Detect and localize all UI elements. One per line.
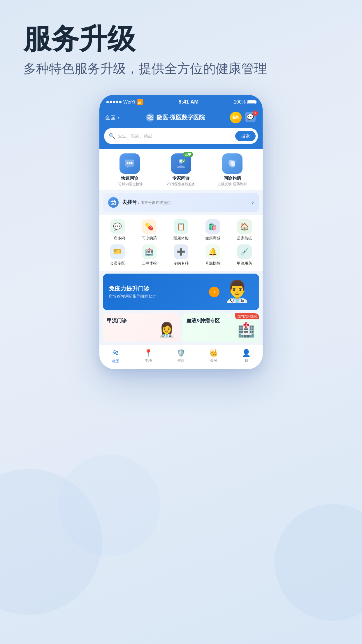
bg-decoration-3	[58, 454, 160, 556]
phone-wrapper: WeiYi 📶 9:41 AM 100% 全国 ▼	[0, 89, 362, 386]
nav-item-微医[interactable]: 微医	[99, 349, 132, 364]
svg-point-11	[233, 160, 236, 163]
grid-icon-3: 🛍️	[205, 219, 220, 234]
search-bar: 🔍 医生、疾病、药品 搜索	[104, 128, 258, 144]
appointment-banner[interactable]: 去挂号 / 由挂号网在线提供 ›	[103, 193, 259, 212]
icon-grid-item-8[interactable]: 🔔 号源提醒	[197, 244, 229, 266]
fast-consult-icon-wrap	[120, 153, 140, 174]
card-jiaoliu-image: 👩‍⚕️	[107, 324, 175, 338]
app-logo: 微医·微医数字医院	[145, 113, 205, 122]
nav-item-本地[interactable]: 📍 本地	[132, 349, 165, 364]
battery-text: 100%	[234, 99, 246, 105]
promo-text-area: 免疫力提升门诊 病情咨询/用药指导/健康处方	[109, 285, 206, 299]
app-header: 全国 ▼ 微医·微医数字医院 签到 💬	[99, 108, 263, 128]
quick-service-expert-consult[interactable]: 三甲 专家问诊 28万医生在线服务	[155, 153, 207, 187]
fast-consult-icon	[120, 153, 140, 174]
svg-point-3	[127, 162, 129, 164]
card-person2-icon: 🏥	[238, 322, 255, 338]
promo-doctor-image: 👨‍⚕️	[224, 279, 253, 305]
nav-item-会员[interactable]: 👑 会员	[197, 349, 230, 364]
card-jiaoliu[interactable]: 甲流门诊 👩‍⚕️	[103, 313, 180, 342]
grid-icon-5: 🎫	[110, 244, 125, 259]
signal-dots	[106, 101, 122, 103]
weidoctor-logo-icon	[145, 113, 155, 122]
status-right: 100%	[234, 99, 256, 105]
grid-label-2: 阳康体检	[173, 236, 189, 241]
battery-icon	[247, 100, 256, 104]
quick-service-row: 快速问诊 3分钟内医生接诊	[104, 153, 258, 187]
medicine-icon	[222, 153, 242, 174]
search-placeholder-text: 医生、疾病、药品	[117, 133, 233, 139]
card-person-icon: 👩‍⚕️	[158, 322, 175, 338]
card-row: 甲流门诊 👩‍⚕️ 国内龙头医院 血液&肿瘤专区 🏥	[103, 313, 259, 342]
icon-grid-section: 💬 一病多问 💊 问诊购药 📋 阳康体检 🛍️ 健康商城 🏠 居家防疫 🎫 会员…	[99, 215, 263, 271]
promo-arrow-button[interactable]: ›	[209, 287, 219, 297]
quick-services-section: 快速问诊 3分钟内医生接诊	[99, 149, 263, 190]
quick-service-medicine[interactable]: 问诊购药 在线复诊 送药到家	[207, 153, 258, 187]
message-button[interactable]: 💬 2	[245, 112, 257, 123]
expert-consult-icon-wrap: 三甲	[171, 153, 191, 174]
icon-grid-item-5[interactable]: 🎫 会员专区	[102, 244, 133, 266]
card-blood-tumor[interactable]: 国内龙头医院 血液&肿瘤专区 🏥	[182, 313, 259, 342]
grid-label-0: 一病多问	[110, 236, 125, 241]
fast-consult-subtitle: 3分钟内医生接诊	[117, 182, 143, 187]
signal-dot-4	[116, 101, 118, 103]
search-button[interactable]: 搜索	[235, 131, 256, 141]
svg-point-5	[131, 162, 133, 164]
grid-icon-6: 🏥	[142, 244, 157, 259]
location-text: 全国	[105, 114, 116, 121]
icon-grid-item-6[interactable]: 🏥 三甲体检	[133, 244, 165, 266]
sign-in-button[interactable]: 签到	[230, 112, 242, 123]
grid-label-5: 会员专区	[110, 261, 125, 266]
grid-label-4: 居家防疫	[237, 236, 252, 241]
icon-grid-item-3[interactable]: 🛍️ 健康商城	[197, 219, 229, 241]
grid-label-8: 号源提醒	[205, 261, 220, 266]
appointment-sub-text: / 由挂号网在线提供	[138, 200, 171, 205]
icon-grid-item-2[interactable]: 📋 阳康体检	[165, 219, 197, 241]
nav-item-我[interactable]: 👤 我	[230, 349, 263, 364]
page-subtitle: 多种特色服务升级，提供全方位的健康管理	[23, 60, 339, 77]
status-time: 9:41 AM	[179, 99, 198, 105]
signal-dot-5	[119, 101, 122, 103]
icon-grid-item-4[interactable]: 🏠 居家防疫	[229, 219, 260, 241]
grid-label-9: 甲流用药	[237, 261, 252, 266]
appointment-arrow-icon: ›	[252, 199, 254, 206]
grid-label-1: 问诊购药	[142, 236, 157, 241]
nav-label-会员: 会员	[210, 358, 217, 363]
grid-icon-7: ➕	[174, 244, 188, 259]
bg-decoration-2	[275, 504, 362, 621]
expert-consult-subtitle: 28万医生在线服务	[167, 182, 195, 187]
nav-label-微医: 微医	[112, 359, 119, 364]
icon-grid-item-9[interactable]: 💉 甲流用药	[229, 244, 260, 266]
grid-icon-9: 💉	[237, 244, 252, 259]
icon-grid-item-0[interactable]: 💬 一病多问	[102, 219, 133, 241]
wifi-icon: 📶	[137, 99, 143, 105]
medicine-subtitle: 在线复诊 送药到家	[218, 182, 247, 187]
sign-in-label: 签到	[232, 116, 239, 119]
grid-icon-4: 🏠	[237, 219, 252, 234]
quick-service-fast-consult[interactable]: 快速问诊 3分钟内医生接诊	[104, 153, 155, 187]
carrier-label: WeiYi	[123, 99, 135, 105]
grid-icon-0: 💬	[110, 219, 125, 234]
grid-label-3: 健康商城	[205, 236, 220, 241]
signal-dot-1	[106, 101, 109, 103]
page-title: 服务升级	[23, 23, 339, 54]
appointment-text: 去挂号 / 由挂号网在线提供	[122, 199, 248, 206]
location-button[interactable]: 全国 ▼	[105, 114, 120, 121]
header-actions: 签到 💬 2	[230, 112, 257, 123]
grid-icon-2: 📋	[174, 219, 188, 234]
appointment-icon	[108, 197, 119, 208]
nav-label-我: 我	[245, 358, 248, 363]
icon-grid-item-1[interactable]: 💊 问诊购药	[133, 219, 165, 241]
promo-banner[interactable]: 免疫力提升门诊 病情咨询/用药指导/健康处方 › 👨‍⚕️	[103, 274, 259, 310]
signal-dot-3	[113, 101, 115, 103]
icon-grid-item-7[interactable]: ➕ 专病专科	[165, 244, 197, 266]
message-badge: 2	[253, 111, 258, 116]
status-bar: WeiYi 📶 9:41 AM 100%	[99, 95, 263, 108]
search-icon: 🔍	[109, 133, 115, 139]
nav-icon-我: 👤	[242, 349, 251, 357]
medicine-icon-wrap	[222, 153, 242, 174]
grid-icon-1: 💊	[142, 219, 157, 234]
nav-icon-本地: 📍	[144, 349, 153, 357]
nav-item-健康[interactable]: 🛡️ 健康	[165, 349, 197, 364]
